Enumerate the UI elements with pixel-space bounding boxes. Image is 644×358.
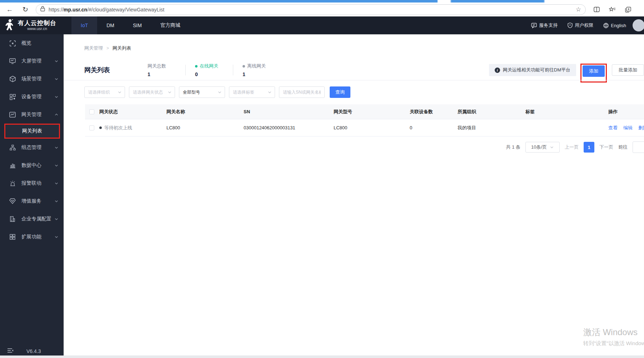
model-select[interactable]: 全部型号 [179,86,225,98]
chevron-down-icon [118,90,122,94]
breadcrumb-current: 网关列表 [113,45,131,51]
browser-reload-button[interactable]: ↻ [19,4,31,15]
tab-sim[interactable]: SIM [124,16,151,34]
gateway-sn-cell: 03000124062000003131 [244,125,334,130]
chevron-down-icon [168,90,172,94]
sidebar-item-scene-mgmt[interactable]: 场景管理 [0,70,64,88]
edit-link[interactable]: 编辑 [623,125,633,131]
gateway-name-cell: LC800 [166,125,244,130]
gateway-status-select[interactable]: 请选择网关状态 [129,86,175,98]
usr-person-icon [4,19,15,32]
url-text[interactable]: https://mp.usr.cn/#/cloud/gateway/ViewGa… [49,7,576,13]
device-count-cell: 0 [410,125,458,130]
stat-total: 网关总数 1 [148,63,182,77]
breadcrumb: 网关管理 > 网关列表 [84,45,131,51]
row-actions: 查看 编辑 删除 [608,125,644,131]
sidebar-item-data-center[interactable]: 数据中心 [0,156,64,174]
sidebar-collapse-icon[interactable] [7,348,14,354]
app-top-nav: 有人云控制台 www.usr.cn IoT DM SIM 官方商城 服务支持 用… [0,16,644,34]
prev-page-button[interactable]: 上一页 [565,144,579,150]
info-icon: i [495,68,500,73]
bar-chart-icon [9,162,16,169]
sidebar-item-device-mgmt[interactable]: 设备管理 [0,88,64,106]
page-size-select[interactable]: 10条/页 [525,142,560,153]
dm-platform-banner: i 网关运维相关功能可前往DM平台 [489,64,576,76]
search-button[interactable]: 查询 [330,86,350,98]
stat-offline: 离线网关 1 [243,63,277,77]
page-1-button[interactable]: 1 [584,142,594,153]
chevron-down-icon [54,217,59,221]
alarm-icon [9,180,16,187]
sn-search-input[interactable] [279,86,325,98]
screen-icon [9,58,16,64]
chevron-down-icon [268,90,272,94]
collections-icon[interactable] [625,7,631,13]
batch-add-button[interactable]: 批量添加 [612,64,644,76]
sidebar-item-alarm-linkage[interactable]: 报警联动 [0,174,64,192]
shield-icon [568,23,573,28]
gem-icon [9,198,16,204]
browser-back-button[interactable]: ← [4,4,16,15]
permission-menu[interactable]: 用户权限 [564,22,597,29]
cube-icon [9,76,16,82]
hierarchy-icon [9,144,16,151]
app-logo[interactable]: 有人云控制台 www.usr.cn [0,16,64,34]
tab-iot[interactable]: IoT [71,16,97,34]
gateway-table: 网关状态 网关名称 SN 网关型号 关联设备数 所属组织 标签 操作 等待初次上… [85,104,644,136]
favorite-star-icon[interactable]: ☆ [576,6,581,13]
next-page-button[interactable]: 下一页 [599,144,613,150]
sidebar-item-extensions[interactable]: 扩展功能 [0,228,64,246]
org-select[interactable]: 请选择组织 [84,86,125,98]
chevron-down-icon [550,145,554,149]
building-icon [9,216,16,222]
add-gateway-button[interactable]: 添加 [583,65,605,77]
view-link[interactable]: 查看 [608,125,618,131]
goto-page-input[interactable] [633,141,644,153]
sidebar-item-screen-mgmt[interactable]: 大屏管理 [0,52,64,70]
address-bar[interactable]: https://mp.usr.cn/#/cloud/gateway/ViewGa… [36,4,586,15]
delete-link[interactable]: 删除 [638,125,644,131]
sidebar-item-enterprise-config[interactable]: 企业专属配置 [0,210,64,228]
sidebar-item-gateway-list-active[interactable]: 网关列表 [4,124,60,139]
gateway-stats: 网关总数 1 在线网关 0 离线网关 1 [148,63,277,77]
browser-toolbar: ← ↻ https://mp.usr.cn/#/cloud/gateway/Vi… [0,3,644,16]
divider [64,80,644,80]
chevron-down-icon [54,95,59,99]
main-content: 网关管理 > 网关列表 网关列表 网关总数 1 在线网关 0 离线网关 1 i [64,34,644,355]
tag-select[interactable]: 请选择标签 [229,86,275,98]
split-screen-icon[interactable] [594,7,600,12]
breadcrumb-parent[interactable]: 网关管理 [84,45,103,51]
overview-icon [9,40,16,46]
sidebar-item-gateway-mgmt[interactable]: 网关管理 [0,106,64,124]
page-title: 网关列表 [84,66,110,74]
chevron-down-icon [54,181,59,185]
pagination-total: 共 1 条 [506,144,520,150]
chevron-up-icon [54,113,59,117]
sidebar-item-value-added[interactable]: 增值服务 [0,192,64,210]
chat-icon [531,23,537,28]
stat-online: 在线网关 0 [195,63,229,77]
top-nav-tabs: IoT DM SIM 官方商城 [71,16,190,34]
select-all-checkbox[interactable] [89,109,94,114]
language-menu[interactable]: English [600,23,630,28]
favorites-bar-icon[interactable] [609,7,616,13]
tab-dm[interactable]: DM [97,16,124,34]
sidebar-item-config-mgmt[interactable]: 组态管理 [0,139,64,156]
window-bottom-edge [0,355,644,358]
user-avatar[interactable] [633,19,644,31]
gateway-chart-icon [9,111,16,118]
support-menu[interactable]: 服务支持 [528,22,561,29]
chevron-down-icon [54,199,59,203]
goto-label: 前往 [618,144,628,150]
windows-activation-watermark: 激活 Windows 转到"设置"以激活 Windows [583,327,644,347]
table-header-row: 网关状态 网关名称 SN 网关型号 关联设备数 所属组织 标签 操作 [85,104,644,119]
sidebar-item-overview[interactable]: 概览 [0,34,64,52]
row-checkbox[interactable] [89,125,94,130]
chevron-down-icon [54,163,59,168]
chevron-down-icon [54,59,59,63]
chevron-down-icon [54,145,59,150]
lock-icon [40,6,45,13]
red-annotation-box: 添加 [580,64,607,83]
tab-mall[interactable]: 官方商城 [151,16,190,34]
breadcrumb-separator-icon: > [106,46,109,51]
